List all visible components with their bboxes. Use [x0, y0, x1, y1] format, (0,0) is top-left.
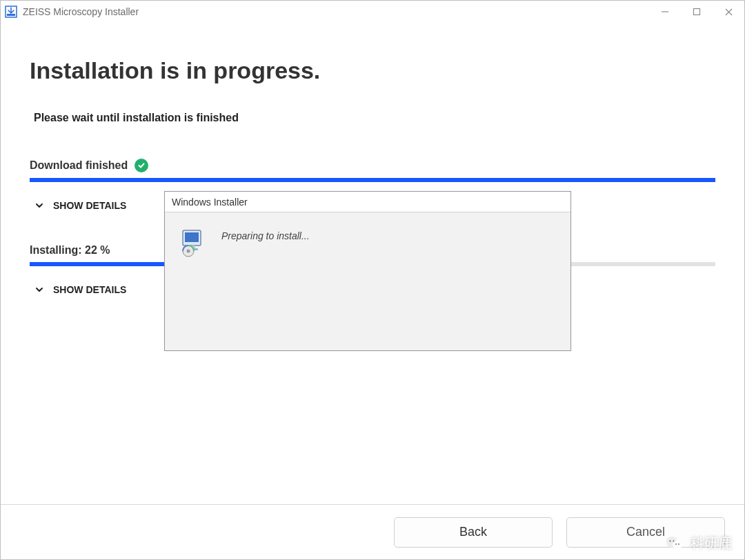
minimize-button[interactable] — [649, 1, 681, 23]
close-button[interactable] — [713, 1, 744, 23]
download-progress-bar — [30, 178, 715, 182]
svg-rect-3 — [694, 9, 700, 15]
dialog-message: Preparing to install... — [221, 230, 310, 241]
cancel-button[interactable]: Cancel — [566, 517, 725, 548]
svg-rect-1 — [7, 14, 15, 16]
installer-window: ZEISS Microscopy Installer Installation … — [0, 0, 745, 560]
download-progress-fill — [30, 178, 715, 182]
dialog-title: Windows Installer — [165, 192, 570, 212]
download-details-label: SHOW DETAILS — [53, 200, 126, 211]
check-circle-icon — [135, 159, 148, 172]
install-status-text: Installing: 22 % — [30, 244, 110, 257]
dialog-body: Preparing to install... — [165, 212, 570, 273]
footer: Back Cancel 科研鹿 — [1, 504, 744, 559]
download-status-label: Download finished — [30, 159, 715, 172]
app-icon — [5, 6, 17, 18]
chevron-down-icon — [35, 201, 43, 210]
page-title: Installation is in progress. — [30, 57, 715, 84]
download-status-text: Download finished — [30, 159, 128, 172]
installer-icon — [179, 228, 209, 258]
back-button[interactable]: Back — [394, 517, 553, 548]
windows-installer-dialog: Windows Installer Preparing to install..… — [164, 191, 571, 351]
titlebar: ZEISS Microscopy Installer — [1, 1, 744, 23]
svg-rect-13 — [185, 232, 199, 242]
maximize-button[interactable] — [681, 1, 713, 23]
chevron-down-icon — [35, 286, 43, 294]
svg-point-17 — [187, 250, 190, 253]
install-details-label: SHOW DETAILS — [53, 284, 126, 295]
install-progress-fill — [30, 262, 181, 266]
window-title: ZEISS Microscopy Installer — [23, 6, 139, 17]
wait-message: Please wait until installation is finish… — [34, 112, 715, 124]
